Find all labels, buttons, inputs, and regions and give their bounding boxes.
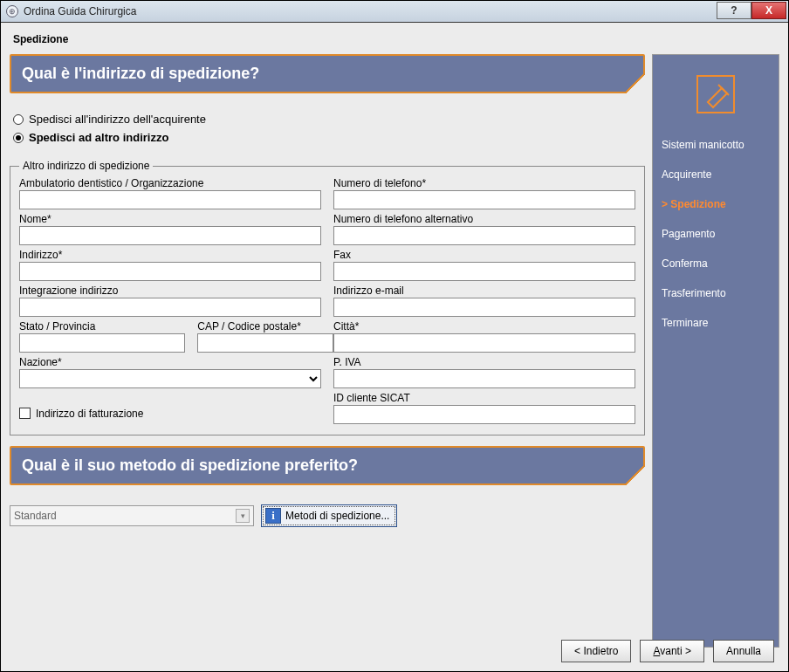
sidebar-step-shipping[interactable]: Spedizione: [660, 189, 772, 219]
label-address2: Integrazione indirizzo: [19, 285, 321, 297]
radio-ship-to-other[interactable]: Spedisci ad altro indirizzo: [13, 131, 641, 144]
input-postal[interactable]: [197, 333, 333, 353]
help-button[interactable]: ?: [717, 2, 751, 19]
input-piva[interactable]: [333, 369, 635, 388]
back-button[interactable]: < Indietro: [561, 640, 631, 662]
banner-corner-fold: [624, 464, 645, 485]
label-piva: P. IVA: [333, 356, 635, 368]
banner-method-question: Qual è il suo metodo di spedizione prefe…: [10, 446, 645, 485]
fieldset-other-address: Altro indirizzo di spedizione Ambulatori…: [10, 160, 645, 435]
next-button[interactable]: Avanti >: [640, 640, 704, 662]
footer-buttons: < Indietro Avanti > Annulla: [561, 640, 774, 662]
select-country[interactable]: [19, 369, 321, 388]
sidebar-step-finish[interactable]: Terminare: [660, 308, 772, 338]
titlebar: ⊕ Ordina Guida Chirurgica ? X: [1, 1, 788, 23]
label-city: Città*: [333, 320, 635, 333]
info-icon: i: [265, 508, 281, 524]
label-postal: CAP / Codice postale*: [197, 320, 333, 333]
label-email: Indirizzo e-mail: [333, 285, 635, 297]
sidebar: Sistemi manicotto Acquirente Spedizione …: [652, 54, 779, 648]
radio-icon: [13, 114, 24, 125]
sidebar-step-confirm[interactable]: Conferma: [660, 249, 772, 278]
input-sicat-id[interactable]: [333, 405, 635, 424]
input-alt-phone[interactable]: [333, 226, 635, 245]
cancel-button[interactable]: Annulla: [713, 640, 774, 662]
banner-address-text: Qual è l'indirizzo di spedizione?: [22, 65, 259, 82]
radio-ship-to-buyer-label: Spedisci all'indirizzo dell'acquirente: [29, 113, 206, 126]
input-name[interactable]: [19, 226, 321, 245]
ship-methods-info-button[interactable]: i Metodi di spedizione...: [261, 504, 397, 527]
label-alt-phone: Numero di telefono alternativo: [333, 213, 635, 225]
sidebar-step-buyer[interactable]: Acquirente: [660, 160, 772, 189]
app-icon: ⊕: [6, 5, 18, 17]
ship-method-value: Standard: [14, 510, 57, 522]
input-address2[interactable]: [19, 298, 321, 317]
input-phone[interactable]: [333, 190, 635, 209]
content-area: Spedizione Qual è l'indirizzo di spedizi…: [1, 23, 788, 671]
section-title: Spedizione: [13, 33, 779, 45]
left-column: Qual è l'indirizzo di spedizione? Spedis…: [10, 54, 645, 648]
label-fax: Fax: [333, 249, 635, 261]
sidebar-logo: [660, 64, 772, 125]
radio-ship-to-other-label: Spedisci ad altro indirizzo: [29, 131, 168, 144]
label-country: Nazione*: [19, 356, 321, 368]
sidebar-step-payment[interactable]: Pagamento: [660, 219, 772, 249]
radio-ship-to-buyer[interactable]: Spedisci all'indirizzo dell'acquirente: [13, 113, 641, 126]
fieldset-legend: Altro indirizzo di spedizione: [19, 160, 153, 172]
input-fax[interactable]: [333, 262, 635, 281]
input-city[interactable]: [333, 333, 635, 353]
input-province[interactable]: [19, 333, 185, 353]
sidebar-step-transfer[interactable]: Trasferimento: [660, 278, 772, 308]
billing-checkbox-label: Indirizzo di fatturazione: [36, 408, 143, 420]
billing-checkbox-row[interactable]: Indirizzo di fatturazione: [19, 402, 321, 424]
dialog-window: ⊕ Ordina Guida Chirurgica ? X Spedizione…: [0, 0, 789, 672]
label-address: Indirizzo*: [19, 249, 321, 261]
checkbox-icon: [19, 408, 31, 419]
banner-method-text: Qual è il suo metodo di spedizione prefe…: [22, 456, 358, 474]
label-sicat-id: ID cliente SICAT: [333, 392, 635, 404]
input-address[interactable]: [19, 262, 321, 281]
banner-corner-fold: [624, 72, 645, 93]
sidebar-step-sleeves[interactable]: Sistemi manicotto: [660, 130, 772, 160]
input-email[interactable]: [333, 298, 635, 317]
label-province: Stato / Provincia: [19, 320, 185, 333]
label-phone: Numero di telefono*: [333, 177, 635, 189]
label-name: Nome*: [19, 213, 321, 225]
chevron-down-icon: ▾: [236, 509, 250, 523]
ship-methods-info-label: Metodi di spedizione...: [285, 510, 389, 522]
banner-address-question: Qual è l'indirizzo di spedizione?: [10, 54, 645, 93]
radio-icon: [13, 133, 24, 143]
ship-to-radio-group: Spedisci all'indirizzo dell'acquirente S…: [10, 104, 645, 160]
input-org[interactable]: [19, 190, 321, 209]
window-title: Ordina Guida Chirurgica: [24, 5, 136, 17]
label-org: Ambulatorio dentistico / Organizzazione: [19, 177, 321, 189]
close-button[interactable]: X: [751, 2, 786, 19]
ship-method-select[interactable]: Standard ▾: [10, 505, 254, 526]
